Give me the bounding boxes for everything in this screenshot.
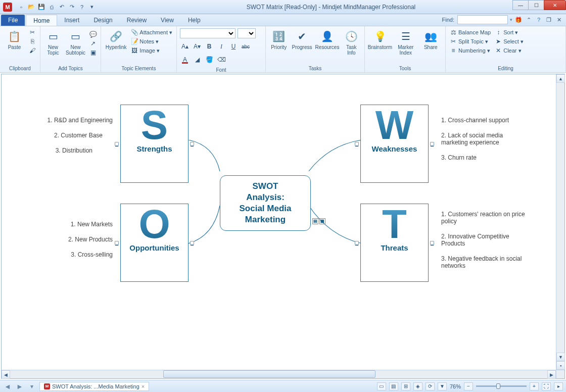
clear-button[interactable]: ✕Clear ▾ bbox=[494, 46, 525, 55]
paste-button[interactable]: 📋Paste bbox=[3, 28, 26, 51]
view-mode-1-button[interactable]: ▭ bbox=[377, 382, 386, 390]
nav-forward-button[interactable]: ► bbox=[15, 382, 24, 390]
underline-button[interactable]: U bbox=[228, 41, 239, 52]
expand-handle-t-right[interactable]: – bbox=[430, 241, 434, 245]
italic-button[interactable]: I bbox=[216, 41, 226, 52]
mdi-close-icon[interactable]: ✕ bbox=[555, 16, 563, 24]
resources-button[interactable]: 👤Resources bbox=[315, 28, 340, 51]
new-topic-button[interactable]: ▭New Topic bbox=[43, 28, 63, 57]
qat-help-icon[interactable]: ? bbox=[78, 3, 86, 11]
balance-map-button[interactable]: ⚖Balance Map bbox=[449, 28, 492, 36]
maximize-button[interactable]: ☐ bbox=[528, 0, 544, 10]
select-button[interactable]: ➤Select ▾ bbox=[494, 37, 525, 45]
list-item[interactable]: 3. Distribution bbox=[56, 147, 92, 154]
strikethrough-button[interactable]: abc bbox=[241, 41, 251, 52]
increase-font-button[interactable]: A▴ bbox=[180, 41, 190, 52]
progress-button[interactable]: ✔Progress bbox=[291, 28, 313, 51]
cut-button[interactable]: ✂ bbox=[28, 28, 37, 36]
new-subtopic-button[interactable]: ▭New Subtopic bbox=[65, 28, 86, 57]
list-item[interactable]: 1. R&D and Engineering bbox=[48, 117, 113, 124]
expand-handle-s-right[interactable]: – bbox=[190, 142, 194, 146]
bold-button[interactable]: B bbox=[204, 41, 214, 52]
zoom-out-button[interactable]: − bbox=[464, 382, 473, 390]
up-arrow-icon[interactable]: ⌃ bbox=[525, 16, 533, 24]
list-item[interactable]: 1. Cross-channel support bbox=[441, 117, 527, 124]
task-info-button[interactable]: 🕓Task Info bbox=[342, 28, 361, 57]
list-item[interactable]: 3. Churn rate bbox=[441, 154, 527, 161]
review-tab[interactable]: Review bbox=[120, 15, 154, 26]
image-indicator-icon[interactable]: ▦ bbox=[319, 218, 325, 224]
font-size-select[interactable] bbox=[238, 28, 256, 38]
zoom-slider[interactable] bbox=[476, 385, 527, 387]
highlight-button[interactable]: ◢ bbox=[192, 55, 202, 65]
list-item[interactable]: 3. Negative feedback in social networks bbox=[441, 255, 527, 269]
note-indicator-icon[interactable]: ▤ bbox=[312, 218, 318, 224]
hyperlink-button[interactable]: 🔗Hyperlink bbox=[104, 28, 128, 51]
relationship-button[interactable]: ↗ bbox=[88, 39, 98, 47]
list-item[interactable]: 2. Innovative Competitive Products bbox=[441, 233, 527, 247]
vertical-scrollbar[interactable]: ▲ ▼ ▪ bbox=[556, 74, 564, 370]
qat-print-icon[interactable]: ⎙ bbox=[48, 3, 56, 11]
canvas[interactable]: SWOT Analysis: Social Media Marketing ▤ … bbox=[2, 74, 564, 378]
document-tab[interactable]: M SWOT Analysis: ...Media Marketing × bbox=[39, 382, 149, 391]
filter-button[interactable]: ▼ bbox=[438, 382, 447, 390]
qat-redo-icon[interactable]: ↷ bbox=[68, 3, 76, 11]
nav-dropdown-button[interactable]: ▾ bbox=[27, 382, 36, 390]
scroll-options-button[interactable]: ▪ bbox=[556, 361, 565, 370]
list-item[interactable]: 3. Cross-selling bbox=[71, 251, 113, 258]
qat-dropdown-icon[interactable]: ▾ bbox=[88, 3, 96, 11]
zoom-slider-thumb[interactable] bbox=[496, 383, 500, 389]
view-tab[interactable]: View bbox=[154, 15, 181, 26]
scroll-up-button[interactable]: ▲ bbox=[556, 74, 565, 83]
list-item[interactable]: 1. New Markets bbox=[71, 221, 113, 228]
clear-format-button[interactable]: ⌫ bbox=[216, 55, 226, 65]
home-tab[interactable]: Home bbox=[26, 15, 57, 26]
fill-color-button[interactable]: 🪣 bbox=[204, 55, 214, 65]
notes-button[interactable]: 📝Notes ▾ bbox=[130, 37, 173, 45]
doc-tab-close-icon[interactable]: × bbox=[142, 383, 145, 389]
minimize-button[interactable]: — bbox=[512, 0, 529, 10]
sort-button[interactable]: ↕Sort ▾ bbox=[494, 28, 525, 36]
strengths-box[interactable]: S Strengths bbox=[120, 105, 188, 183]
numbering-button[interactable]: ≡Numbering ▾ bbox=[449, 46, 492, 55]
scroll-thumb-h[interactable] bbox=[163, 370, 375, 378]
priority-button[interactable]: 🔢Priority bbox=[269, 28, 289, 51]
view-mode-5-button[interactable]: ⟳ bbox=[426, 382, 435, 390]
boundary-button[interactable]: ▣ bbox=[88, 48, 98, 57]
qat-save-icon[interactable]: 💾 bbox=[37, 3, 45, 11]
qat-new-icon[interactable]: ▫ bbox=[17, 3, 25, 11]
share-button[interactable]: 👥Share bbox=[419, 28, 443, 51]
close-button[interactable]: ✕ bbox=[544, 0, 566, 10]
view-mode-2-button[interactable]: ▤ bbox=[389, 382, 398, 390]
scroll-right-button[interactable]: ▶ bbox=[547, 370, 556, 379]
expand-handle-o-left[interactable]: – bbox=[115, 241, 119, 245]
scroll-down-button[interactable]: ▼ bbox=[556, 353, 565, 361]
format-painter-button[interactable]: 🖌 bbox=[28, 46, 37, 55]
weaknesses-box[interactable]: W Weaknesses bbox=[360, 105, 429, 183]
font-family-select[interactable] bbox=[180, 28, 235, 38]
file-tab[interactable]: File bbox=[1, 15, 25, 26]
list-item[interactable]: 2. Customer Base bbox=[54, 132, 103, 139]
attachment-button[interactable]: 📎Attachment ▾ bbox=[130, 28, 173, 36]
image-button[interactable]: 🖼Image ▾ bbox=[130, 46, 173, 55]
zoom-in-button[interactable]: + bbox=[530, 382, 539, 390]
expand-handle-w-right[interactable]: – bbox=[430, 142, 434, 146]
qat-undo-icon[interactable]: ↶ bbox=[58, 3, 66, 11]
list-item[interactable]: 2. New Products bbox=[68, 236, 113, 243]
fit-button[interactable]: ⛶ bbox=[542, 382, 551, 390]
view-mode-3-button[interactable]: ⊞ bbox=[401, 382, 410, 390]
gift-icon[interactable]: 🎁 bbox=[514, 16, 523, 24]
panel-toggle-button[interactable]: ▸ bbox=[554, 382, 563, 390]
view-mode-4-button[interactable]: ◈ bbox=[413, 382, 422, 390]
callout-button[interactable]: 💬 bbox=[88, 30, 98, 38]
copy-button[interactable]: ⎘ bbox=[28, 37, 37, 45]
design-tab[interactable]: Design bbox=[86, 15, 119, 26]
font-color-button[interactable]: A bbox=[180, 55, 190, 65]
list-item[interactable]: 1. Customers' reaction on price policy bbox=[441, 211, 527, 225]
help-icon[interactable]: ? bbox=[535, 16, 543, 24]
decrease-font-button[interactable]: A▾ bbox=[192, 41, 202, 52]
opportunities-box[interactable]: O Opportunities bbox=[120, 204, 188, 282]
brainstorm-button[interactable]: 💡Brainstorm bbox=[368, 28, 392, 51]
marker-index-button[interactable]: ☰Marker Index bbox=[394, 28, 417, 57]
restore-down-icon[interactable]: ❐ bbox=[545, 16, 553, 24]
